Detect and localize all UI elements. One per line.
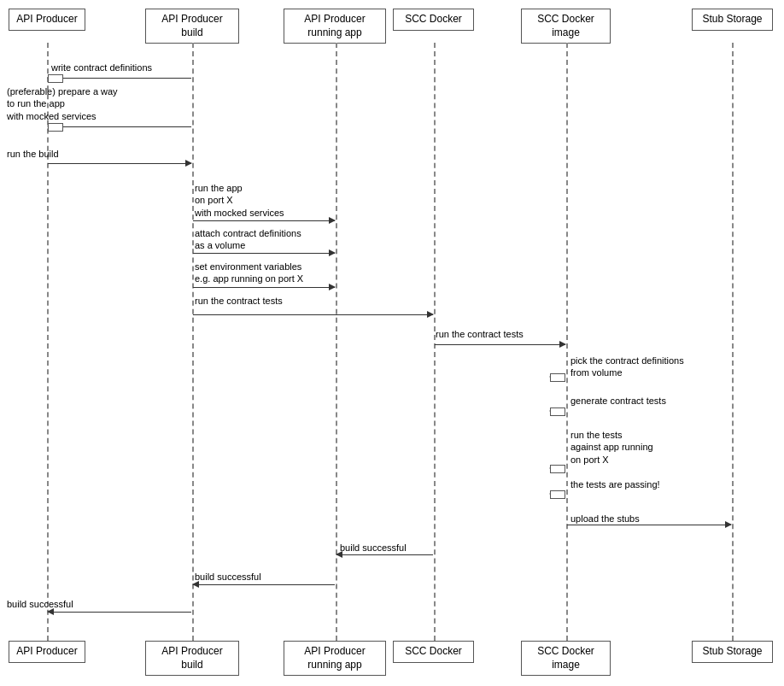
actor-stub-storage-bottom: Stub Storage bbox=[692, 641, 773, 663]
arrow-attach-contract bbox=[193, 253, 335, 254]
msg-prepare: (preferable) prepare a wayto run the app… bbox=[7, 85, 118, 122]
actor-scc-docker-image-top: SCC Dockerimage bbox=[521, 9, 611, 44]
arrow-run-contract-tests-1 bbox=[193, 314, 433, 315]
arrow-build-success-2 bbox=[193, 584, 335, 585]
actor-api-producer-top: API Producer bbox=[9, 9, 85, 31]
rect-run-tests-app bbox=[550, 465, 565, 473]
lifeline-api-producer-build bbox=[192, 43, 194, 649]
rect-pick-contract bbox=[550, 373, 565, 382]
msg-run-contract-tests-2: run the contract tests bbox=[436, 328, 524, 340]
msg-generate-contract: generate contract tests bbox=[570, 395, 666, 407]
msg-run-tests-app: run the testsagainst app runningon port … bbox=[570, 429, 653, 466]
lifeline-stub-storage bbox=[732, 43, 734, 649]
actor-scc-docker-image-bottom: SCC Dockerimage bbox=[521, 641, 611, 676]
msg-build-success-2: build successful bbox=[195, 571, 261, 583]
actor-stub-storage-top: Stub Storage bbox=[692, 9, 773, 31]
lifeline-scc-docker bbox=[434, 43, 436, 649]
msg-build-success-1: build successful bbox=[340, 542, 407, 554]
msg-tests-passing: the tests are passing! bbox=[570, 478, 660, 490]
actor-api-producer-running-top: API Producerrunning app bbox=[284, 9, 386, 44]
msg-run-app: run the appon port Xwith mocked services bbox=[195, 182, 284, 219]
rect-prepare bbox=[48, 123, 63, 132]
actor-scc-docker-top: SCC Docker bbox=[393, 9, 474, 31]
lifeline-api-producer-running bbox=[336, 43, 337, 649]
actor-api-producer-build-top: API Producerbuild bbox=[145, 9, 239, 44]
msg-run-contract-tests-1: run the contract tests bbox=[195, 295, 283, 307]
msg-set-env: set environment variablese.g. app runnin… bbox=[195, 261, 303, 285]
arrow-build-success-3 bbox=[48, 612, 191, 613]
msg-build-success-3: build successful bbox=[7, 598, 73, 610]
arrow-run-contract-tests-2 bbox=[435, 344, 565, 345]
actor-api-producer-build-bottom: API Producerbuild bbox=[145, 641, 239, 676]
arrow-build-success-1 bbox=[336, 554, 433, 555]
msg-run-build: run the build bbox=[7, 148, 59, 160]
actor-api-producer-bottom: API Producer bbox=[9, 641, 85, 663]
rect-generate-contract bbox=[550, 407, 565, 416]
msg-write-contract: write contract definitions bbox=[51, 62, 152, 73]
actor-scc-docker-bottom: SCC Docker bbox=[393, 641, 474, 663]
arrow-run-app bbox=[193, 220, 335, 221]
arrow-write-contract bbox=[48, 78, 191, 79]
rect-write-contract bbox=[48, 74, 63, 83]
lifeline-api-producer bbox=[47, 43, 49, 649]
actor-api-producer-running-bottom: API Producerrunning app bbox=[284, 641, 386, 676]
lifeline-scc-docker-image bbox=[566, 43, 568, 649]
arrow-set-env bbox=[193, 287, 335, 288]
arrow-prepare bbox=[48, 126, 191, 127]
msg-pick-contract: pick the contract definitionsfrom volume bbox=[570, 355, 684, 379]
msg-attach-contract: attach contract definitionsas a volume bbox=[195, 227, 301, 252]
arrow-upload-stubs bbox=[567, 525, 731, 525]
sequence-diagram: API Producer API Producerbuild API Produ… bbox=[0, 0, 784, 686]
arrow-run-build bbox=[48, 163, 191, 164]
rect-tests-passing bbox=[550, 490, 565, 499]
msg-upload-stubs: upload the stubs bbox=[570, 513, 640, 525]
